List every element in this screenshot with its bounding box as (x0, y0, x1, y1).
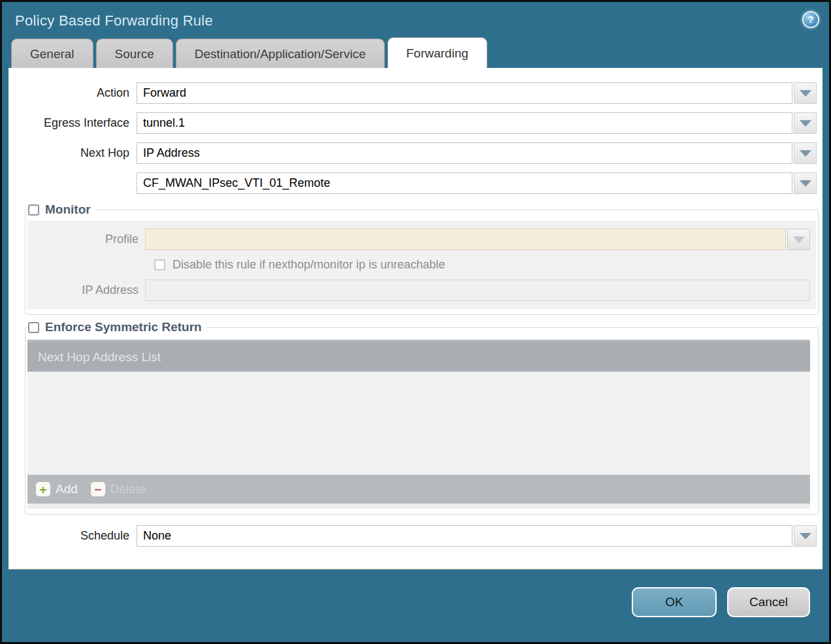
tab-source[interactable]: Source (96, 39, 173, 68)
monitor-ip-address-field (145, 280, 810, 301)
next-hop-address-list-toolbar: + Add − Delete (27, 475, 810, 504)
chevron-down-icon (800, 120, 811, 127)
action-dropdown-button[interactable] (794, 82, 817, 104)
monitor-ip-address-input (145, 280, 810, 301)
dialog-footer: OK Cancel (2, 570, 829, 617)
next-hop-row: Next Hop (8, 142, 817, 164)
monitor-profile-input (145, 229, 786, 250)
schedule-field (137, 525, 817, 547)
next-hop-label: Next Hop (8, 146, 137, 160)
tab-general[interactable]: General (11, 39, 93, 68)
egress-interface-dropdown-button[interactable] (794, 112, 817, 134)
minus-icon: − (91, 482, 105, 496)
next-hop-address-dropdown-button[interactable] (794, 172, 817, 194)
next-hop-address-field (137, 172, 817, 194)
schedule-input[interactable] (137, 525, 792, 547)
schedule-row: Schedule (8, 525, 817, 547)
pbf-rule-dialog: { "dialog": { "title": "Policy Based For… (0, 0, 831, 644)
monitor-fieldset: Monitor Profile Disable this rule if nex… (25, 202, 819, 315)
monitor-legend-label: Monitor (45, 202, 91, 217)
table-bottom-strip (27, 504, 810, 509)
plus-icon: + (36, 482, 50, 496)
chevron-down-icon (800, 150, 811, 157)
add-button[interactable]: + Add (36, 482, 78, 496)
chevron-down-icon (800, 180, 811, 187)
next-hop-address-list-body[interactable] (27, 372, 810, 475)
symmetric-return-checkbox[interactable] (28, 322, 39, 333)
monitor-checkbox[interactable] (28, 204, 39, 216)
next-hop-address-list-header: Next Hop Address List (27, 342, 810, 372)
action-row: Action (8, 82, 817, 104)
cancel-button[interactable]: Cancel (727, 587, 810, 617)
monitor-profile-row: Profile (27, 229, 810, 250)
delete-button-label: Delete (110, 482, 146, 496)
next-hop-address-input[interactable] (137, 172, 792, 194)
chevron-down-icon (800, 533, 811, 539)
symmetric-return-legend-label: Enforce Symmetric Return (45, 320, 202, 334)
symmetric-return-fieldset: Enforce Symmetric Return Next Hop Addres… (25, 320, 819, 515)
tab-destination-application-service[interactable]: Destination/Application/Service (176, 39, 385, 68)
action-field (137, 82, 817, 104)
monitor-profile-field (145, 229, 810, 250)
schedule-dropdown-button[interactable] (794, 525, 817, 547)
next-hop-type-input[interactable] (137, 142, 792, 164)
disable-rule-checkbox (154, 259, 165, 270)
chevron-down-icon (800, 90, 811, 97)
monitor-legend: Monitor (27, 202, 95, 217)
add-button-label: Add (56, 482, 78, 496)
egress-interface-row: Egress Interface (8, 112, 817, 134)
symmetric-return-legend: Enforce Symmetric Return (27, 320, 206, 334)
monitor-ip-address-row: IP Address (27, 280, 810, 301)
action-input[interactable] (137, 82, 792, 104)
tab-bar: General Source Destination/Application/S… (11, 37, 829, 68)
schedule-label: Schedule (8, 529, 137, 543)
delete-button: − Delete (91, 482, 146, 496)
monitor-ip-address-label: IP Address (27, 283, 145, 297)
egress-interface-input[interactable] (137, 112, 792, 134)
dialog-title: Policy Based Forwarding Rule (15, 12, 829, 29)
dialog-titlebar: Policy Based Forwarding Rule ? (2, 2, 829, 33)
action-label: Action (8, 86, 137, 100)
disable-rule-row: Disable this rule if nexthop/monitor ip … (154, 258, 810, 272)
disable-rule-label: Disable this rule if nexthop/monitor ip … (172, 258, 445, 272)
next-hop-address-list-table: Next Hop Address List + Add − Delete (27, 340, 810, 509)
monitor-profile-dropdown-button (787, 229, 810, 250)
ok-button[interactable]: OK (632, 587, 717, 617)
egress-interface-field (137, 112, 817, 134)
next-hop-type-field (137, 142, 817, 164)
monitor-profile-label: Profile (27, 233, 145, 246)
next-hop-address-row (8, 172, 817, 194)
help-icon[interactable]: ? (802, 11, 819, 28)
forwarding-tab-panel: Action Egress Interface Next Hop (8, 68, 823, 570)
chevron-down-icon (793, 236, 805, 243)
monitor-group: Profile Disable this rule if nexthop/mon… (27, 221, 816, 309)
egress-interface-label: Egress Interface (8, 116, 137, 130)
next-hop-type-dropdown-button[interactable] (794, 142, 817, 164)
tab-forwarding[interactable]: Forwarding (387, 37, 487, 68)
